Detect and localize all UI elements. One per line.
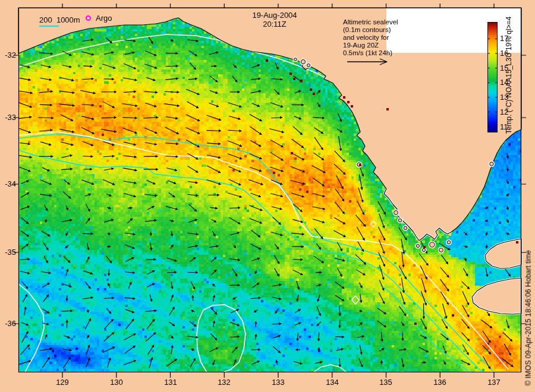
y-tick--32: -32 <box>0 51 16 59</box>
map-date: 19-Aug-2004 <box>233 11 316 20</box>
imos-credit: © IMOS 09-Apr-2015 18:46:06 Hobart time <box>525 244 533 391</box>
depth-200m-underline-icon <box>39 26 59 27</box>
x-tick-133: 133 <box>268 378 289 387</box>
annotation-line-2: (0.1m contours) <box>343 26 391 33</box>
argo-label: Argo <box>96 14 112 23</box>
x-tick-134: 134 <box>322 378 343 387</box>
x-tick-136: 136 <box>429 378 451 387</box>
y-tick--33: -33 <box>0 113 16 122</box>
depth-contour-legend: 200 1000m <box>39 16 80 24</box>
x-tick-129: 129 <box>52 378 73 387</box>
y-tick--35: -35 <box>0 248 16 257</box>
annotation-line-1: Altimetric sealevel <box>343 18 398 26</box>
annotation-line-4: 19-Aug 20Z <box>343 42 379 49</box>
annotation-line-3: and velocity for <box>343 34 389 41</box>
y-tick--34: -34 <box>0 180 16 188</box>
x-tick-130: 130 <box>106 378 127 387</box>
colorbar-title: Temp. (°C) NOAA15_L3U 19% ql>=4 <box>505 21 513 134</box>
x-tick-132: 132 <box>213 378 235 387</box>
argo-marker-icon <box>86 15 91 21</box>
x-tick-135: 135 <box>375 378 396 387</box>
x-tick-137: 137 <box>483 378 505 387</box>
map-canvas <box>0 0 535 392</box>
map-time: 20:11Z <box>233 20 316 29</box>
sst-map-figure: 19-Aug-2004 20:11Z 200 1000m Argo Altime… <box>0 0 535 392</box>
x-tick-131: 131 <box>160 378 181 387</box>
y-tick--36: -36 <box>0 320 16 328</box>
annotation-line-5: 0.5m/s (1kt 24h) <box>343 49 392 56</box>
